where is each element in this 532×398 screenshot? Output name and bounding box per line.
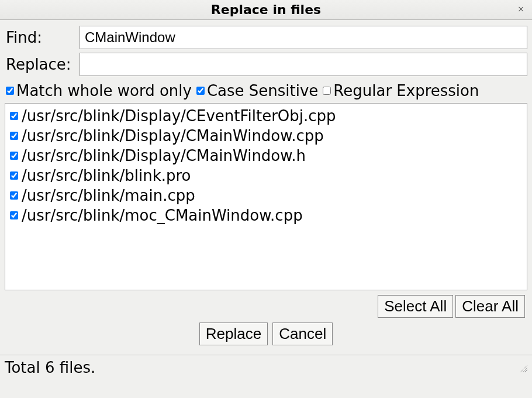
replace-button[interactable]: Replace xyxy=(199,322,268,345)
file-checkbox[interactable] xyxy=(10,191,18,200)
clear-all-button[interactable]: Clear All xyxy=(455,295,525,318)
file-checkbox[interactable] xyxy=(10,211,18,219)
file-path: /usr/src/blink/blink.pro xyxy=(22,166,191,186)
file-path: /usr/src/blink/Display/CMainWindow.h xyxy=(22,146,306,166)
selection-buttons-row: Select All Clear All xyxy=(5,290,527,319)
file-list-item[interactable]: /usr/src/blink/Display/CMainWindow.cpp xyxy=(8,126,524,146)
file-path: /usr/src/blink/main.cpp xyxy=(22,186,195,205)
select-all-button[interactable]: Select All xyxy=(378,295,453,318)
file-path: /usr/src/blink/Display/CMainWindow.cpp xyxy=(22,126,324,146)
whole-word-label: Match whole word only xyxy=(16,82,192,100)
file-list-item[interactable]: /usr/src/blink/Display/CMainWindow.h xyxy=(8,146,524,166)
status-text: Total 6 files. xyxy=(5,359,95,376)
options-row: Match whole word only Case Sensitive Reg… xyxy=(5,80,527,103)
whole-word-checkbox[interactable] xyxy=(6,87,14,95)
file-checkbox[interactable] xyxy=(10,171,18,180)
statusbar: Total 6 files. xyxy=(0,355,532,380)
file-list-item[interactable]: /usr/src/blink/blink.pro xyxy=(8,166,524,186)
file-path: /usr/src/blink/moc_CMainWindow.cpp xyxy=(22,205,303,225)
replace-label: Replace: xyxy=(5,56,80,73)
regex-label: Regular Expression xyxy=(333,82,479,100)
window-title: Replace in files xyxy=(211,2,321,17)
regex-checkbox[interactable] xyxy=(323,87,331,95)
dialog-content: Find: Replace: Match whole word only Cas… xyxy=(0,20,532,355)
cancel-button[interactable]: Cancel xyxy=(272,322,333,345)
main-buttons-row: Replace Cancel xyxy=(5,319,527,351)
file-list-item[interactable]: /usr/src/blink/main.cpp xyxy=(8,186,524,205)
file-checkbox[interactable] xyxy=(10,112,18,120)
case-sensitive-label: Case Sensitive xyxy=(207,82,318,100)
resize-grip-icon[interactable] xyxy=(518,363,527,372)
file-path: /usr/src/blink/Display/CEventFilterObj.c… xyxy=(22,106,336,126)
file-list-item[interactable]: /usr/src/blink/moc_CMainWindow.cpp xyxy=(8,205,524,225)
find-input[interactable] xyxy=(80,26,527,49)
file-checkbox[interactable] xyxy=(10,152,18,160)
file-list[interactable]: /usr/src/blink/Display/CEventFilterObj.c… xyxy=(5,103,527,290)
titlebar: Replace in files × xyxy=(0,0,532,20)
close-icon[interactable]: × xyxy=(516,4,526,14)
file-list-item[interactable]: /usr/src/blink/Display/CEventFilterObj.c… xyxy=(8,106,524,126)
find-row: Find: xyxy=(5,26,527,49)
case-sensitive-checkbox[interactable] xyxy=(196,87,205,95)
replace-row: Replace: xyxy=(5,53,527,76)
file-checkbox[interactable] xyxy=(10,132,18,140)
find-label: Find: xyxy=(5,29,80,46)
replace-input[interactable] xyxy=(80,53,527,76)
